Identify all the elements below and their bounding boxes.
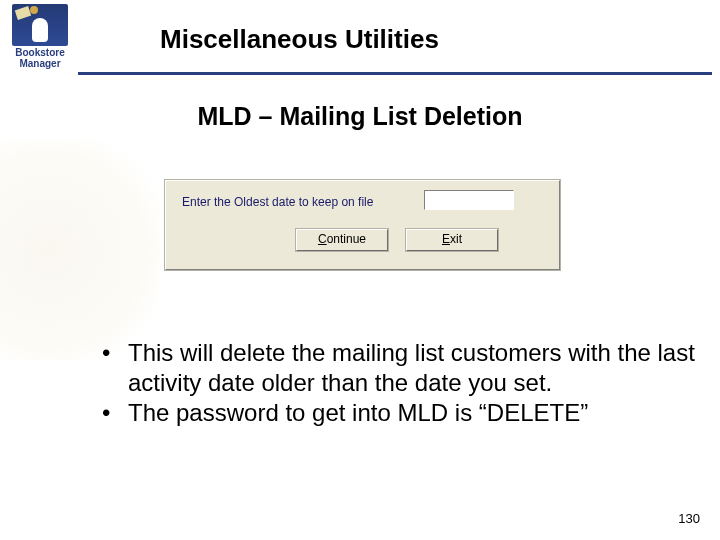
logo-text-line1: Bookstore <box>15 47 64 58</box>
oldest-date-input[interactable] <box>424 190 514 210</box>
bullet-text: The password to get into MLD is “DELETE” <box>128 398 704 428</box>
bullet-icon: • <box>102 338 128 368</box>
list-item: • This will delete the mailing list cust… <box>102 338 704 398</box>
slide-header: Bookstore Manager Miscellaneous Utilitie… <box>0 0 720 76</box>
logo-text: Bookstore Manager <box>15 48 64 69</box>
list-item: • The password to get into MLD is “DELET… <box>102 398 704 428</box>
title-underline <box>78 72 712 75</box>
slide-subtitle: MLD – Mailing List Deletion <box>0 102 720 131</box>
oldest-date-label: Enter the Oldest date to keep on file <box>182 195 373 209</box>
mld-dialog: Enter the Oldest date to keep on file Co… <box>165 180 560 270</box>
bullet-text: This will delete the mailing list custom… <box>128 338 704 398</box>
logo-text-line2: Manager <box>19 58 60 69</box>
slide-title: Miscellaneous Utilities <box>160 24 439 55</box>
continue-button[interactable]: Continue <box>296 229 388 251</box>
bullet-list: • This will delete the mailing list cust… <box>102 338 704 428</box>
background-decoration <box>0 140 160 360</box>
page-number: 130 <box>678 511 700 526</box>
exit-button[interactable]: Exit <box>406 229 498 251</box>
logo-icon <box>12 4 68 46</box>
bullet-icon: • <box>102 398 128 428</box>
bookstore-manager-logo: Bookstore Manager <box>6 4 74 72</box>
